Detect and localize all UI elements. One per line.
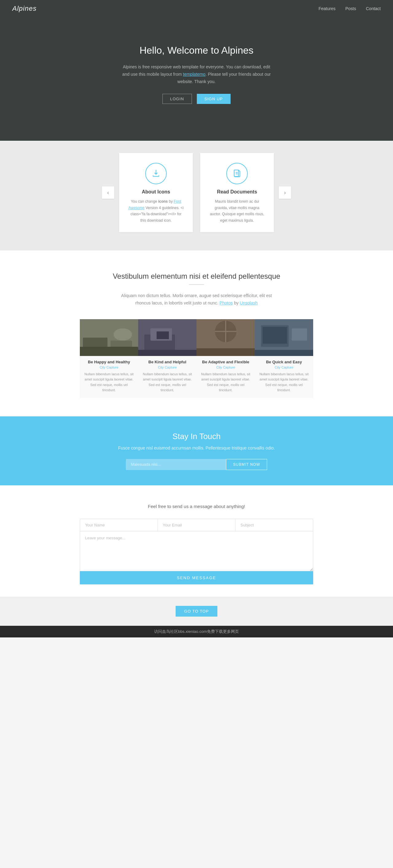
bottom-banner-text: 访问血鸟社区bbs.xieniao.com免费下载更多网页 bbox=[154, 629, 239, 634]
hero-title: Hello, Welcome to Alpines bbox=[12, 45, 381, 56]
stay-touch-section: Stay In Touch Fusce congue nisl euismod … bbox=[0, 416, 393, 485]
contact-row-1 bbox=[80, 519, 313, 531]
photo-card-2-desc: Nullam bibendum lacus tellus, sit amet s… bbox=[142, 372, 192, 393]
photo-card-2-title: Be Kind and Helpful bbox=[142, 360, 192, 364]
hero-description: Alpines is free responsive web template … bbox=[120, 63, 273, 85]
svg-rect-11 bbox=[157, 332, 169, 339]
signup-button[interactable]: SIGN UP bbox=[197, 94, 231, 104]
card-icon-download bbox=[145, 163, 167, 184]
submit-button[interactable]: SUBMIT NOW bbox=[226, 459, 267, 470]
send-message-button[interactable]: SEND MESSAGE bbox=[80, 571, 313, 584]
photo-card-2-body: Be Kind and Helpful City Capture Nullam … bbox=[138, 356, 196, 398]
photo-card-1-body: Be Happy and Healthy City Capture Nullam… bbox=[80, 356, 138, 398]
photo-4-image bbox=[255, 319, 313, 356]
card-2-title: Read Documents bbox=[209, 189, 265, 195]
photo-card-3-title: Be Adaptive and Flexible bbox=[201, 360, 251, 364]
stay-touch-input[interactable] bbox=[126, 459, 226, 470]
photo-card-4-title: Be Quick and Easy bbox=[259, 360, 309, 364]
nav-links: Features Posts Contact bbox=[318, 6, 381, 11]
features-subtitle: Aliquam non dictum tellus. Morbi ornare,… bbox=[120, 292, 273, 307]
templatemo-link[interactable]: templatemo bbox=[183, 72, 205, 76]
carousel-card-2: Read Documents Mauris blandit lorem ac d… bbox=[200, 153, 274, 232]
svg-rect-7 bbox=[80, 347, 138, 356]
photo-card-3-body: Be Adaptive and Flexible City Capture Nu… bbox=[196, 356, 255, 398]
go-to-top-button[interactable]: GO TO TOP bbox=[176, 606, 217, 617]
photo-card-4-desc: Nullam bibendum lacus tellus, sit amet s… bbox=[259, 372, 309, 393]
contact-lead: Feel free to send us a message about any… bbox=[12, 504, 381, 509]
stay-touch-form: SUBMIT NOW bbox=[126, 459, 267, 470]
nav-features[interactable]: Features bbox=[318, 6, 335, 11]
svg-rect-20 bbox=[262, 327, 287, 344]
photo-card-1-title: Be Happy and Healthy bbox=[84, 360, 134, 364]
features-title: Vestibulum elementum nisi et eleifend pe… bbox=[12, 272, 381, 281]
stay-touch-description: Fusce congue nisl euismod accumsan molli… bbox=[12, 445, 381, 451]
photo-card-4-body: Be Quick and Easy City Capture Nullam bi… bbox=[255, 356, 313, 398]
photos-link[interactable]: Photos bbox=[220, 301, 233, 305]
hero-section: Hello, Welcome to Alpines Alpines is fre… bbox=[0, 17, 393, 141]
photo-3-image bbox=[196, 319, 255, 356]
carousel-card-1: About Icons You can change icons by Font… bbox=[119, 153, 193, 232]
card-2-description: Mauris blandit lorem ac dui gravida, vit… bbox=[209, 198, 265, 223]
svg-rect-17 bbox=[196, 348, 255, 356]
contact-email[interactable] bbox=[158, 519, 235, 531]
carousel-section: ‹ About Icons You can change icons by Fo… bbox=[0, 141, 393, 250]
photo-card-1-tag: City Capture bbox=[84, 366, 134, 369]
nav-contact[interactable]: Contact bbox=[366, 6, 381, 11]
contact-name[interactable] bbox=[80, 519, 158, 531]
bottom-banner: 访问血鸟社区bbs.xieniao.com免费下载更多网页 bbox=[0, 626, 393, 638]
section-divider bbox=[189, 284, 204, 285]
nav-posts[interactable]: Posts bbox=[345, 6, 356, 11]
contact-subject[interactable] bbox=[235, 519, 313, 531]
svg-rect-21 bbox=[255, 350, 313, 356]
photo-card-2-tag: City Capture bbox=[142, 366, 192, 369]
card-icon-document bbox=[226, 163, 248, 184]
photo-card-1-desc: Nullam bibendum lacus tellus, sit amet s… bbox=[84, 372, 134, 393]
carousel-prev[interactable]: ‹ bbox=[102, 186, 114, 199]
photo-1-image bbox=[80, 319, 138, 356]
svg-rect-12 bbox=[138, 350, 196, 356]
photo-card-4: Be Quick and Easy City Capture Nullam bi… bbox=[255, 319, 313, 398]
photo-card-4-tag: City Capture bbox=[259, 366, 309, 369]
photo-card-2: Be Kind and Helpful City Capture Nullam … bbox=[138, 319, 196, 398]
card-1-title: About Icons bbox=[128, 189, 184, 195]
photo-card-3-tag: City Capture bbox=[201, 366, 251, 369]
contact-section: Feel free to send us a message about any… bbox=[0, 485, 393, 597]
card-1-description: You can change icons by Font Awesome Ver… bbox=[128, 198, 184, 223]
photo-2-image bbox=[138, 319, 196, 356]
photo-card-1: Be Happy and Healthy City Capture Nullam… bbox=[80, 319, 138, 398]
svg-rect-0 bbox=[234, 170, 238, 177]
footer: GO TO TOP bbox=[0, 597, 393, 626]
photo-card-3: Be Adaptive and Flexible City Capture Nu… bbox=[196, 319, 255, 398]
contact-message[interactable] bbox=[80, 531, 313, 571]
svg-point-6 bbox=[114, 329, 132, 341]
photo-grid: Be Happy and Healthy City Capture Nullam… bbox=[80, 319, 313, 398]
stay-touch-title: Stay In Touch bbox=[12, 432, 381, 441]
photo-card-3-desc: Nullam bibendum lacus tellus, sit amet s… bbox=[201, 372, 251, 393]
login-button[interactable]: LOGIN bbox=[162, 94, 192, 104]
carousel-next[interactable]: › bbox=[279, 186, 291, 199]
contact-form: SEND MESSAGE bbox=[80, 519, 313, 584]
unsplash-link[interactable]: Unsplash bbox=[240, 301, 258, 305]
hero-buttons: LOGIN SIGN UP bbox=[12, 94, 381, 104]
site-logo: Alpines bbox=[12, 5, 36, 12]
carousel-wrapper: ‹ About Icons You can change icons by Fo… bbox=[80, 153, 313, 232]
subtitle-by: by bbox=[233, 301, 240, 305]
svg-rect-22 bbox=[292, 329, 307, 341]
carousel-cards: About Icons You can change icons by Font… bbox=[114, 153, 279, 232]
features-section: Vestibulum elementum nisi et eleifend pe… bbox=[0, 250, 393, 416]
navbar: Alpines Features Posts Contact bbox=[0, 0, 393, 17]
